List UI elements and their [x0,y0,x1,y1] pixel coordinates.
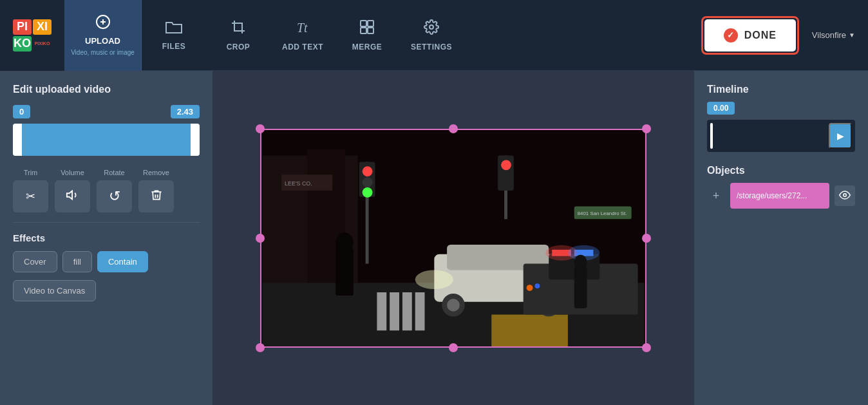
timeline-play-button[interactable]: ▶ [829,123,852,149]
range-track[interactable] [13,124,200,156]
crop-handle-top-left[interactable] [256,124,265,133]
range-handle-left[interactable] [13,124,22,156]
timeline-time: 0.00 [707,102,735,115]
tool-item-trim: Trim ✂ [13,169,48,212]
video-container: LEE'S CO. [260,129,646,348]
crop-handle-top-right[interactable] [642,124,651,133]
effect-cover-button[interactable]: Cover [13,251,57,272]
svg-point-28 [415,270,453,289]
logo: PI XI KO PIXIKO [0,0,64,71]
video-to-canvas-button[interactable]: Video to Canvas [13,280,96,301]
rotate-button[interactable]: ↺ [97,180,132,212]
upload-sub: Video, music or image [71,48,135,57]
nav-merge-label: MERGE [352,42,382,52]
nav-item-files[interactable]: FILES [142,0,206,71]
svg-point-42 [363,177,373,187]
volume-icon [66,188,80,205]
video-frame: LEE'S CO. [260,129,646,348]
center-canvas: LEE'S CO. [212,71,694,405]
range-handle-right[interactable] [191,124,200,156]
tool-trim-label: Trim [24,169,38,176]
nav-item-settings[interactable]: SETTINGS [399,0,464,71]
done-label: DONE [744,30,777,41]
nav-crop-label: CROP [227,42,250,52]
trash-icon [150,189,163,205]
nav-item-add-text[interactable]: Tt ADD TEXT [270,0,335,71]
timeline-playhead[interactable] [710,123,713,149]
timeline-section: Timeline 0.00 ▶ [707,84,855,152]
logo-xi: XI [33,19,52,35]
settings-icon [424,19,439,39]
rotate-icon: ↺ [109,188,120,205]
done-button-wrapper: ✓ DONE [701,16,799,55]
svg-text:8401 San Leandro St.: 8401 San Leandro St. [578,211,627,216]
svg-point-25 [447,298,460,311]
nav-addtext-label: ADD TEXT [282,42,323,52]
svg-rect-37 [574,267,587,308]
user-menu[interactable]: Vilsonfire ▼ [812,30,855,40]
done-button[interactable]: ✓ DONE [704,19,796,52]
nav-item-crop[interactable]: CROP [206,0,270,71]
svg-point-50 [534,283,540,288]
svg-rect-21 [491,314,568,346]
svg-rect-18 [390,292,399,330]
merge-icon [359,19,375,39]
svg-point-51 [844,193,847,196]
svg-rect-4 [361,21,366,26]
text-icon: Tt [295,19,310,39]
svg-point-49 [527,285,533,291]
effects-title: Effects [13,232,200,243]
plus-icon: + [713,189,720,202]
svg-point-8 [429,25,433,29]
svg-text:Tt: Tt [297,21,308,35]
svg-rect-20 [415,292,425,330]
crop-icon [231,19,246,39]
crop-handle-mid-right[interactable] [642,234,651,243]
objects-title: Objects [707,165,855,176]
trim-button[interactable]: ✂ [13,180,48,212]
crop-handle-bot-right[interactable] [642,343,651,352]
remove-button[interactable] [138,180,174,212]
video-scene: LEE'S CO. [261,130,645,346]
nav-item-merge[interactable]: MERGE [335,0,399,71]
eye-icon [839,191,851,202]
svg-text:LEE'S CO.: LEE'S CO. [285,180,312,186]
svg-point-46 [501,160,511,170]
trim-end-badge: 2.43 [171,105,200,118]
crop-handle-bot-left[interactable] [256,343,265,352]
nav-files-label: FILES [162,42,186,51]
svg-point-36 [335,232,354,253]
effects-section: Effects Cover fill Contain Video to Canv… [13,222,200,301]
logo-pi: PI [13,19,32,35]
crop-handle-bot-mid[interactable] [449,343,458,352]
crop-handle-top-mid[interactable] [449,124,458,133]
volume-button[interactable] [55,180,90,212]
objects-section: Objects + /storage/users/272... [707,165,855,209]
svg-point-43 [363,187,373,197]
object-item[interactable]: /storage/users/272... [730,183,829,209]
crop-handle-mid-left[interactable] [256,234,265,243]
upload-label: UPLOAD [85,36,120,46]
effects-buttons: Cover fill Contain [13,251,200,272]
chevron-down-icon: ▼ [849,32,855,39]
object-visibility-button[interactable] [835,185,855,206]
tool-rotate-label: Rotate [104,169,124,176]
object-row: + /storage/users/272... [707,183,855,209]
upload-button[interactable]: UPLOAD Video, music or image [64,0,142,71]
folder-icon [165,20,182,38]
svg-point-38 [574,254,587,270]
effect-fill-button[interactable]: fill [62,251,92,272]
tool-volume-label: Volume [61,169,84,176]
done-check-icon: ✓ [724,28,738,42]
left-panel: Edit uploaded video 0 2.43 Trim ✂ Volume [0,71,212,405]
upload-icon [95,14,111,33]
svg-marker-9 [66,191,71,199]
tool-row: Trim ✂ Volume Rotate [13,169,200,212]
effect-contain-button[interactable]: Contain [97,251,148,272]
trim-range: 0 2.43 [13,105,200,156]
object-add-button[interactable]: + [707,187,725,205]
svg-rect-35 [335,247,354,295]
svg-rect-7 [368,28,373,33]
svg-rect-5 [368,21,373,26]
main-content: Edit uploaded video 0 2.43 Trim ✂ Volume [0,71,868,405]
